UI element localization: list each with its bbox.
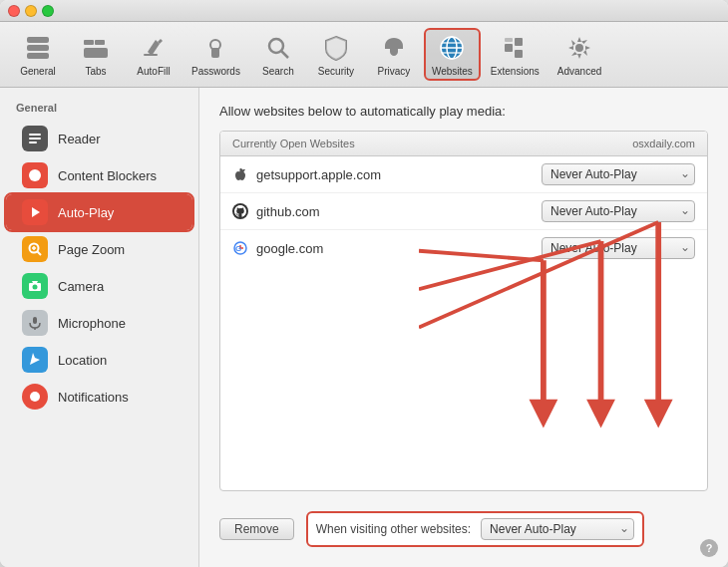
- svg-rect-5: [84, 48, 108, 58]
- tabs-icon: [80, 32, 112, 64]
- toolbar-item-extensions[interactable]: Extensions: [483, 28, 547, 81]
- toolbar-label-autofill: AutoFill: [137, 66, 170, 77]
- sidebar-item-auto-play[interactable]: Auto-Play: [6, 194, 192, 230]
- table-row-left: github.com: [232, 203, 320, 219]
- maximize-button[interactable]: [42, 5, 54, 17]
- sidebar-item-location[interactable]: Location: [6, 342, 192, 378]
- apple-favicon: [232, 166, 248, 182]
- close-button[interactable]: [8, 5, 20, 17]
- svg-rect-18: [515, 38, 523, 46]
- toolbar-label-privacy: Privacy: [378, 66, 411, 77]
- sidebar-label-microphone: Microphone: [58, 316, 126, 331]
- svg-rect-1: [27, 45, 49, 51]
- svg-rect-4: [95, 40, 105, 45]
- page-zoom-icon: [22, 236, 48, 262]
- toolbar-item-privacy[interactable]: Privacy: [366, 28, 422, 81]
- location-icon: [22, 347, 48, 373]
- table-row: getsupport.apple.com Never Auto-Play All…: [220, 156, 707, 193]
- site-setting-dropdown-2[interactable]: Never Auto-Play Allow All Auto-Play Stop…: [542, 200, 695, 222]
- sidebar-label-auto-play: Auto-Play: [58, 205, 114, 220]
- svg-rect-23: [29, 138, 41, 140]
- svg-line-28: [38, 252, 42, 256]
- sidebar-item-content-blockers[interactable]: Content Blockers: [6, 157, 192, 193]
- help-button[interactable]: ?: [700, 539, 718, 557]
- toolbar-item-general[interactable]: General: [10, 28, 66, 81]
- privacy-icon: [378, 32, 410, 64]
- extensions-icon: [499, 32, 531, 64]
- toolbar-item-websites[interactable]: Websites: [424, 28, 481, 81]
- sidebar-item-page-zoom[interactable]: Page Zoom: [6, 231, 192, 267]
- site-name-2: github.com: [256, 204, 320, 219]
- svg-text:G: G: [235, 244, 241, 253]
- svg-rect-22: [29, 134, 41, 136]
- visiting-label: When visiting other websites:: [316, 522, 471, 536]
- main-content: General Reader Content Blockers Auto-Pla…: [0, 88, 728, 567]
- toolbar-label-extensions: Extensions: [491, 66, 540, 77]
- preferences-window: General Tabs AutoFill Passwords Search: [0, 0, 728, 567]
- table-row: github.com Never Auto-Play Allow All Aut…: [220, 193, 707, 230]
- remove-button[interactable]: Remove: [219, 518, 294, 540]
- sidebar-label-content-blockers: Content Blockers: [58, 168, 157, 183]
- content-panel: Allow websites below to automatically pl…: [199, 88, 728, 567]
- svg-point-9: [269, 39, 283, 53]
- toolbar-label-advanced: Advanced: [557, 66, 601, 77]
- website-table: Currently Open Websites osxdaily.com get…: [219, 131, 708, 491]
- toolbar-item-search[interactable]: Search: [250, 28, 306, 81]
- sidebar-item-reader[interactable]: Reader: [6, 121, 192, 156]
- svg-marker-26: [32, 207, 40, 217]
- svg-rect-8: [211, 48, 219, 58]
- autofill-icon: [138, 32, 170, 64]
- google-favicon: G: [232, 240, 248, 256]
- site-setting-dropdown-3[interactable]: Never Auto-Play Allow All Auto-Play Stop…: [542, 237, 695, 259]
- sidebar-item-notifications[interactable]: Notifications: [6, 379, 192, 415]
- toolbar-item-autofill[interactable]: AutoFill: [126, 28, 182, 81]
- sidebar-label-notifications: Notifications: [58, 390, 129, 405]
- toolbar-item-tabs[interactable]: Tabs: [68, 28, 124, 81]
- svg-point-21: [575, 44, 583, 52]
- toolbar: General Tabs AutoFill Passwords Search: [0, 22, 728, 88]
- toolbar-label-search: Search: [262, 66, 294, 77]
- toolbar-item-advanced[interactable]: Advanced: [549, 28, 609, 81]
- minimize-button[interactable]: [25, 5, 37, 17]
- sidebar-section-general: General: [0, 98, 198, 120]
- visiting-setting-dropdown[interactable]: Never Auto-Play Allow All Auto-Play Stop…: [481, 518, 634, 540]
- toolbar-label-tabs: Tabs: [85, 66, 106, 77]
- svg-marker-36: [30, 353, 40, 365]
- svg-rect-0: [27, 37, 49, 43]
- toolbar-label-security: Security: [318, 66, 354, 77]
- svg-rect-17: [505, 44, 513, 52]
- content-description: Allow websites below to automatically pl…: [219, 104, 708, 119]
- reader-icon: [22, 126, 48, 151]
- dropdown-wrapper-1: Never Auto-Play Allow All Auto-Play Stop…: [542, 163, 695, 185]
- general-icon: [22, 32, 54, 64]
- svg-rect-3: [84, 40, 94, 45]
- search-icon: [262, 32, 294, 64]
- site-setting-dropdown-1[interactable]: Never Auto-Play Allow All Auto-Play Stop…: [542, 163, 695, 185]
- security-icon: [320, 32, 352, 64]
- bottom-bar: Remove When visiting other websites: Nev…: [219, 503, 708, 551]
- toolbar-label-passwords: Passwords: [191, 66, 240, 77]
- table-row-left: getsupport.apple.com: [232, 166, 381, 182]
- site-name-1: getsupport.apple.com: [256, 167, 381, 182]
- sidebar-item-camera[interactable]: Camera: [6, 268, 192, 304]
- svg-rect-19: [515, 50, 523, 58]
- toolbar-item-passwords[interactable]: Passwords: [183, 28, 248, 81]
- camera-icon: [22, 273, 48, 299]
- svg-marker-32: [32, 281, 38, 283]
- svg-line-10: [281, 51, 288, 58]
- table-header-left: Currently Open Websites: [232, 138, 355, 149]
- content-blockers-icon: [22, 162, 48, 188]
- toolbar-label-websites: Websites: [432, 66, 473, 77]
- sidebar-label-reader: Reader: [58, 132, 101, 146]
- advanced-icon: [563, 32, 595, 64]
- table-row: G google.com Never Auto-Play Allow All A…: [220, 230, 707, 266]
- toolbar-label-general: General: [20, 66, 56, 77]
- websites-icon: [436, 32, 468, 64]
- toolbar-item-security[interactable]: Security: [308, 28, 364, 81]
- sidebar-label-camera: Camera: [58, 279, 104, 294]
- dropdown-wrapper-2: Never Auto-Play Allow All Auto-Play Stop…: [542, 200, 695, 222]
- passwords-icon: [199, 32, 231, 64]
- sidebar-item-microphone[interactable]: Microphone: [6, 305, 192, 341]
- table-header-right: osxdaily.com: [632, 138, 695, 149]
- svg-rect-20: [505, 38, 513, 42]
